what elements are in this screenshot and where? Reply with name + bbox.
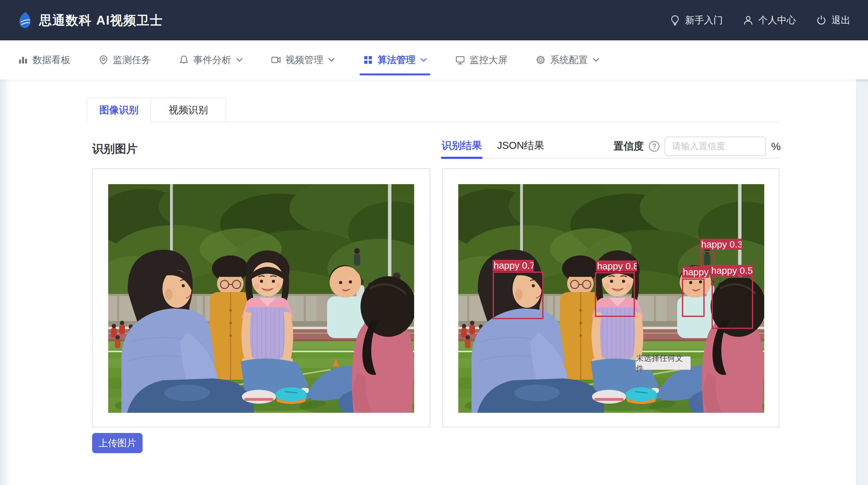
source-photo [108,184,414,413]
power-icon [816,14,827,26]
app-root: 思通数科 AI视频卫士 新手入门 个人中心 [0,0,868,485]
header-action-label: 个人中心 [758,14,796,27]
nav-item-monitor-screen[interactable]: 监控大屏 [455,40,507,79]
tab-recognition-result[interactable]: 识别结果 [441,139,482,153]
recognition-photo [108,184,414,413]
nav-item-system-config[interactable]: 系统配置 [535,40,599,79]
chevron-down-icon [328,58,335,62]
tab-json-result[interactable]: JSON结果 [497,139,544,153]
gear-icon [535,55,546,65]
nav-label: 视频管理 [285,54,323,67]
bell-icon [179,55,189,65]
confidence-unit: % [771,140,781,153]
nav-item-algorithm-management[interactable]: 算法管理 [363,40,427,79]
confidence-label: 置信度 [614,139,644,153]
header-action-profile[interactable]: 个人中心 [742,14,796,27]
nav-label: 系统配置 [550,54,588,67]
help-icon[interactable] [649,141,659,152]
header-action-label: 新手入门 [685,14,723,27]
header-action-logout[interactable]: 退出 [816,14,850,27]
result-photo [458,184,764,413]
grid-icon [363,55,373,65]
chevron-down-icon [420,58,427,62]
nav-label: 监测任务 [113,54,151,67]
nav-label: 数据看板 [32,54,70,67]
confidence-input[interactable] [664,136,766,156]
map-pin-icon [98,55,109,65]
chevron-down-icon [236,58,243,62]
tab-video-recognition[interactable]: 视频识别 [151,98,226,122]
scrollbar-track[interactable] [856,79,868,485]
nav-item-dashboard[interactable]: 数据看板 [18,40,70,79]
app-header: 思通数科 AI视频卫士 新手入门 个人中心 [0,0,868,40]
upload-image-button[interactable]: 上传图片 [92,433,143,453]
result-tabs: 识别结果 JSON结果 [441,139,544,153]
tab-image-recognition[interactable]: 图像识别 [87,98,151,122]
logo-icon [18,10,32,30]
nav-item-event-analysis[interactable]: 事件分析 [179,40,243,79]
header-action-label: 退出 [831,14,850,27]
result-photo-image [458,184,764,413]
header-actions: 新手入门 个人中心 退出 [669,14,850,27]
nav-item-video-management[interactable]: 视频管理 [271,40,335,79]
nav-label: 事件分析 [193,54,231,67]
result-tabs-divider [441,158,779,159]
nav-item-monitor-tasks[interactable]: 监测任务 [98,40,151,79]
file-tooltip: 未选择任何文件 [636,356,691,370]
source-image-panel [92,168,430,427]
brand: 思通数科 AI视频卫士 [18,10,163,30]
recognition-tabs: 图像识别 视频识别 [87,98,226,122]
user-icon [742,14,754,26]
app-title: 思通数科 AI视频卫士 [39,12,163,29]
main-nav: 数据看板 监测任务 事件分析 视频管理 [0,40,868,79]
confidence-controls: 置信度 % [614,136,781,156]
nav-label: 算法管理 [377,54,415,67]
bar-chart-icon [18,55,28,65]
chevron-down-icon [593,58,599,62]
source-image-heading: 识别图片 [92,141,137,157]
lightbulb-icon [669,14,681,26]
left-edge-shadow [0,79,11,485]
header-action-guide[interactable]: 新手入门 [669,14,723,27]
monitor-icon [455,55,466,65]
result-image-panel: happy 0.79happy 0.83happy 0.35happy 0hap… [442,168,779,427]
video-camera-icon [271,55,281,65]
nav-label: 监控大屏 [470,54,507,67]
